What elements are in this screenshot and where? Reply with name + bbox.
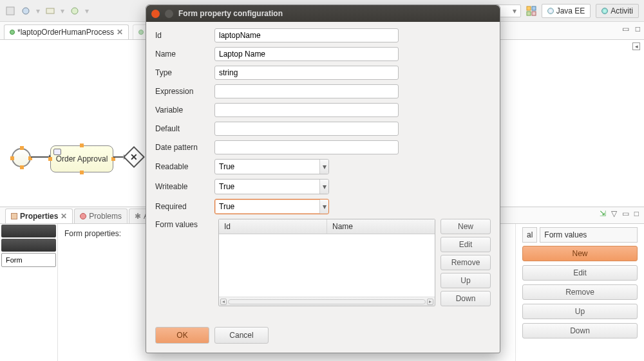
table-body — [219, 234, 435, 297]
view-dropdown-icon[interactable]: ▽ — [611, 209, 617, 218]
view-menu-icon[interactable]: ⇲ — [600, 209, 606, 218]
perspective-label: Java EE — [556, 6, 585, 15]
perspective-java-ee[interactable]: Java EE — [542, 4, 591, 18]
minimize-icon[interactable]: ▭ — [622, 209, 629, 218]
col-name[interactable]: Name — [327, 219, 435, 234]
new-button[interactable]: New — [522, 246, 638, 261]
edit-button[interactable]: Edit — [522, 265, 638, 281]
perspective-activiti[interactable]: Activiti — [596, 4, 639, 18]
up-button[interactable]: Up — [522, 304, 638, 319]
properties-category-list: Form — [0, 224, 58, 361]
fv-down-button[interactable]: Down — [440, 291, 491, 306]
fv-remove-button[interactable]: Remove — [440, 255, 491, 270]
svg-rect-2 — [46, 8, 54, 14]
open-perspective-button[interactable] — [526, 6, 536, 16]
input-variable[interactable] — [214, 103, 399, 117]
combo-readable[interactable]: ▾ — [214, 159, 329, 174]
fv-edit-button[interactable]: Edit — [440, 237, 491, 252]
maximize-icon[interactable]: □ — [634, 209, 639, 218]
dropdown-icon[interactable]: ▾ — [513, 6, 516, 15]
tab-label: Properties — [20, 212, 58, 221]
toolbar-button[interactable] — [70, 6, 80, 16]
cancel-button[interactable]: Cancel — [214, 327, 269, 344]
down-button[interactable]: Down — [522, 323, 638, 338]
combo-readable-input[interactable] — [215, 160, 319, 174]
scroll-track[interactable] — [228, 299, 426, 304]
scroll-left-icon[interactable]: ◂ — [632, 42, 640, 50]
form-property-configuration-dialog: Form property configuration Id Name Type… — [146, 5, 500, 353]
window-close-icon[interactable] — [151, 10, 160, 18]
combo-writeable[interactable]: ▾ — [214, 179, 329, 194]
fv-up-button[interactable]: Up — [440, 273, 491, 288]
input-type[interactable] — [214, 66, 399, 80]
input-date-pattern[interactable] — [214, 140, 399, 154]
diagram-icon — [138, 30, 144, 35]
svg-point-1 — [23, 8, 29, 14]
bpmn-sequence-flow[interactable] — [31, 156, 50, 158]
maximize-icon[interactable]: □ — [636, 24, 640, 33]
svg-rect-6 — [527, 12, 531, 15]
label-id: Id — [155, 31, 212, 40]
toolbar-button[interactable] — [21, 6, 31, 16]
category-main-config[interactable] — [1, 239, 56, 252]
label-name: Name — [155, 50, 212, 59]
dropdown-icon[interactable]: ▾ — [319, 160, 328, 174]
table-hscrollbar[interactable]: ◂ ▸ — [219, 297, 435, 306]
window-minimize-icon[interactable] — [165, 10, 173, 18]
activiti-icon — [601, 8, 608, 14]
toolbar-button[interactable] — [45, 6, 55, 16]
combo-required[interactable]: ▾ — [214, 199, 329, 214]
ant-icon: ✱ — [135, 212, 141, 221]
gateway-x-icon: ✕ — [130, 152, 138, 162]
input-name[interactable] — [214, 47, 399, 61]
svg-rect-7 — [532, 12, 536, 15]
bpmn-user-task-order-approval[interactable]: Order Approval — [50, 145, 113, 172]
properties-icon — [11, 213, 17, 219]
dialog-title: Form property configuration — [178, 9, 283, 18]
scroll-right-icon[interactable]: ▸ — [427, 299, 433, 305]
dropdown-icon[interactable]: ▾ — [319, 180, 328, 194]
dialog-titlebar[interactable]: Form property configuration — [146, 5, 500, 22]
label-writeable: Writeable — [155, 182, 212, 191]
task-label: Order Approval — [56, 154, 108, 163]
problems-icon — [80, 213, 86, 219]
dropdown-icon[interactable]: ▾ — [319, 199, 328, 214]
java-ee-icon — [547, 8, 554, 14]
category-general[interactable] — [1, 225, 56, 237]
scroll-left-icon[interactable]: ◂ — [220, 299, 227, 305]
svg-rect-4 — [527, 6, 531, 10]
bpmn-exclusive-gateway[interactable]: ✕ — [123, 146, 145, 168]
remove-button[interactable]: Remove — [522, 284, 638, 300]
col-id[interactable]: Id — [219, 219, 327, 234]
tab-problems[interactable]: Problems — [74, 208, 128, 223]
label-variable: Variable — [155, 106, 212, 115]
bpmn-start-event[interactable] — [12, 148, 31, 167]
editor-tab-laptop-order[interactable]: *laptopOrderHumanProcess ✕ — [4, 24, 129, 39]
col-header-form-values: Form values — [540, 227, 638, 243]
label-form-values: Form values — [155, 219, 212, 306]
tab-label: Problems — [89, 212, 122, 221]
input-expression[interactable] — [214, 84, 399, 98]
input-id[interactable] — [214, 28, 399, 42]
form-values-side-panel: al Form values New Edit Remove Up Down — [515, 224, 644, 361]
ok-button[interactable]: OK — [155, 327, 209, 344]
user-task-icon — [53, 149, 61, 155]
minimize-icon[interactable]: ▭ — [622, 24, 629, 33]
toolbar-button[interactable] — [5, 6, 15, 16]
category-form[interactable]: Form — [1, 253, 56, 267]
close-icon[interactable]: ✕ — [61, 212, 67, 221]
form-values-table[interactable]: Id Name ◂ ▸ — [218, 219, 435, 306]
label-date-pattern: Date pattern — [155, 143, 212, 152]
tab-label: *laptopOrderHumanProcess — [17, 28, 114, 37]
dialog-footer: OK Cancel — [146, 320, 500, 353]
combo-required-input[interactable] — [215, 199, 319, 214]
tab-properties[interactable]: Properties ✕ — [5, 208, 73, 223]
label-default: Default — [155, 124, 212, 133]
svg-point-3 — [71, 8, 78, 14]
combo-writeable-input[interactable] — [215, 180, 319, 194]
perspective-label: Activiti — [611, 6, 633, 15]
close-icon[interactable]: ✕ — [117, 28, 123, 37]
col-header-partial: al — [522, 227, 537, 243]
input-default[interactable] — [214, 122, 399, 136]
fv-new-button[interactable]: New — [440, 219, 491, 234]
